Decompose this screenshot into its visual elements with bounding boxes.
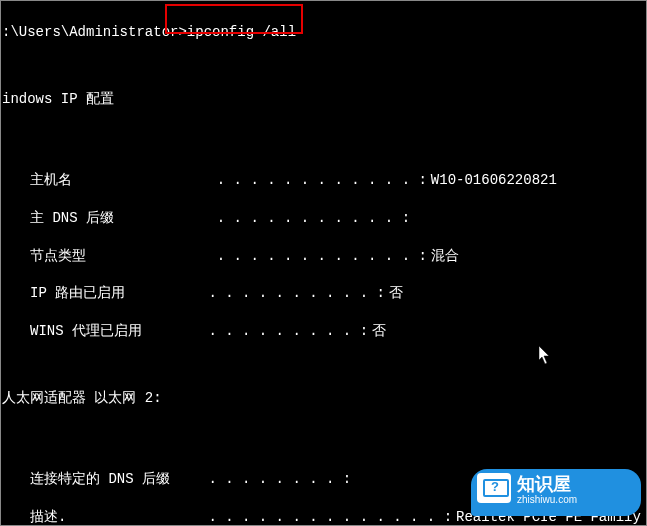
hostname-label: 主机名 bbox=[30, 171, 200, 190]
watermark-title: 知识屋 bbox=[517, 475, 627, 493]
description-label: 描述. bbox=[30, 508, 200, 526]
primary-dns-suffix-value bbox=[410, 209, 414, 228]
prompt-path: :\Users\Administrator> bbox=[2, 24, 187, 40]
primary-dns-suffix-label: 主 DNS 后缀 bbox=[30, 209, 200, 228]
section-adapter: 人太网适配器 以太网 2: bbox=[2, 389, 645, 408]
section-ip-config: indows IP 配置 bbox=[2, 90, 645, 109]
ip-routing-value: 否 bbox=[385, 284, 403, 303]
conn-dns-suffix-value bbox=[351, 470, 355, 489]
node-type-label: 节点类型 bbox=[30, 247, 200, 266]
watermark: 知识屋 zhishiwu.com bbox=[471, 469, 641, 517]
terminal-output: :\Users\Administrator>ipconfig /all indo… bbox=[0, 0, 647, 526]
wins-proxy-label: WINS 代理已启用 bbox=[30, 322, 200, 341]
conn-dns-suffix-label: 连接特定的 DNS 后缀 bbox=[30, 470, 200, 489]
hostname-value: W10-01606220821 bbox=[427, 171, 557, 190]
watermark-logo-icon bbox=[477, 473, 511, 503]
watermark-url: zhishiwu.com bbox=[517, 493, 627, 507]
node-type-value: 混合 bbox=[427, 247, 459, 266]
ip-routing-label: IP 路由已启用 bbox=[30, 284, 200, 303]
prompt-command[interactable]: ipconfig /all bbox=[187, 24, 296, 40]
wins-proxy-value: 否 bbox=[368, 322, 386, 341]
